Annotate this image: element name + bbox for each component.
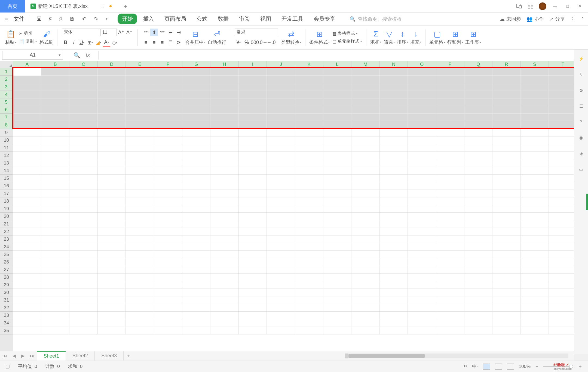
- cell[interactable]: [41, 213, 70, 220]
- cell[interactable]: [492, 68, 521, 75]
- cell[interactable]: [126, 281, 154, 289]
- cell[interactable]: [295, 266, 323, 273]
- cell[interactable]: [351, 190, 380, 197]
- cell[interactable]: [492, 304, 521, 311]
- cell[interactable]: [210, 205, 239, 212]
- cell[interactable]: [521, 296, 549, 304]
- cell[interactable]: [13, 159, 41, 167]
- cell[interactable]: [13, 76, 41, 83]
- cell[interactable]: [98, 213, 126, 220]
- row-header[interactable]: 21: [0, 220, 13, 228]
- cell[interactable]: [436, 137, 464, 144]
- status-mode-icon[interactable]: ▢: [5, 364, 10, 369]
- cell[interactable]: [126, 159, 154, 167]
- orientation-icon[interactable]: ⟳: [175, 39, 182, 46]
- cell[interactable]: [380, 243, 408, 250]
- cell[interactable]: [295, 274, 323, 281]
- cell[interactable]: [408, 197, 436, 205]
- cell[interactable]: [464, 137, 493, 144]
- cell[interactable]: [549, 266, 577, 273]
- cell[interactable]: [154, 175, 182, 182]
- cell[interactable]: [436, 152, 464, 159]
- cell[interactable]: [154, 220, 182, 228]
- cell[interactable]: [239, 251, 267, 258]
- cell[interactable]: [351, 213, 380, 220]
- new-tab-button[interactable]: ＋: [117, 2, 134, 10]
- cell[interactable]: [69, 114, 98, 121]
- cell[interactable]: [295, 152, 323, 159]
- cell[interactable]: [295, 327, 323, 334]
- cell[interactable]: [182, 243, 211, 250]
- cell[interactable]: [69, 159, 98, 167]
- cell[interactable]: [521, 106, 549, 113]
- name-box[interactable]: A1 ▼: [2, 51, 63, 60]
- cell[interactable]: [380, 83, 408, 91]
- cell[interactable]: [41, 144, 70, 151]
- cell[interactable]: [41, 235, 70, 243]
- cell[interactable]: [464, 213, 493, 220]
- cell[interactable]: [13, 235, 41, 243]
- fill-color-button[interactable]: ◢▾: [94, 39, 102, 46]
- cell[interactable]: [323, 167, 352, 174]
- cell[interactable]: [492, 205, 521, 212]
- cell[interactable]: [464, 258, 493, 266]
- cell[interactable]: [549, 235, 577, 243]
- cell[interactable]: [41, 182, 70, 190]
- saveas-icon[interactable]: ⎘: [46, 16, 55, 22]
- cell[interactable]: [267, 129, 295, 136]
- cell[interactable]: [210, 91, 239, 98]
- cell[interactable]: [464, 205, 493, 212]
- cell[interactable]: [380, 137, 408, 144]
- cell[interactable]: [182, 91, 211, 98]
- cell[interactable]: [239, 167, 267, 174]
- cell[interactable]: [323, 251, 352, 258]
- cell[interactable]: [549, 83, 577, 91]
- row-header[interactable]: 24: [0, 243, 13, 251]
- cell[interactable]: [13, 327, 41, 334]
- cell[interactable]: [351, 312, 380, 319]
- cell[interactable]: [13, 83, 41, 91]
- cell[interactable]: [126, 258, 154, 266]
- cell[interactable]: [492, 327, 521, 334]
- cell[interactable]: [323, 190, 352, 197]
- cell[interactable]: [408, 167, 436, 174]
- cell[interactable]: [210, 175, 239, 182]
- redo-icon[interactable]: ↷: [91, 16, 101, 22]
- cell[interactable]: [210, 121, 239, 129]
- cell[interactable]: [154, 266, 182, 273]
- column-header[interactable]: Q: [464, 61, 493, 68]
- cell[interactable]: [239, 220, 267, 228]
- column-header[interactable]: G: [182, 61, 211, 68]
- cell[interactable]: [182, 182, 211, 190]
- cell[interactable]: [98, 220, 126, 228]
- cell[interactable]: [549, 190, 577, 197]
- cell[interactable]: [464, 281, 493, 289]
- cell[interactable]: [69, 266, 98, 273]
- zoom-out-icon[interactable]: −: [535, 364, 538, 369]
- cell[interactable]: [239, 137, 267, 144]
- cell[interactable]: [126, 312, 154, 319]
- cell[interactable]: [267, 144, 295, 151]
- sheet-tab-3[interactable]: Sheet3: [95, 351, 124, 361]
- cell[interactable]: [210, 144, 239, 151]
- cell[interactable]: [239, 228, 267, 235]
- cell[interactable]: [323, 121, 352, 129]
- cell[interactable]: [436, 76, 464, 83]
- cell[interactable]: [436, 281, 464, 289]
- cell[interactable]: [323, 289, 352, 296]
- row-header[interactable]: 8: [0, 121, 13, 129]
- row-header[interactable]: 17: [0, 190, 13, 197]
- cell[interactable]: [98, 114, 126, 121]
- cell[interactable]: [182, 129, 211, 136]
- cell[interactable]: [154, 114, 182, 121]
- cell[interactable]: [380, 319, 408, 327]
- cell[interactable]: [239, 319, 267, 327]
- cell[interactable]: [436, 98, 464, 106]
- cell[interactable]: [380, 68, 408, 75]
- cell[interactable]: [41, 228, 70, 235]
- cell[interactable]: [182, 167, 211, 174]
- cell[interactable]: [126, 220, 154, 228]
- cell[interactable]: [436, 251, 464, 258]
- cell[interactable]: [351, 243, 380, 250]
- cell[interactable]: [521, 76, 549, 83]
